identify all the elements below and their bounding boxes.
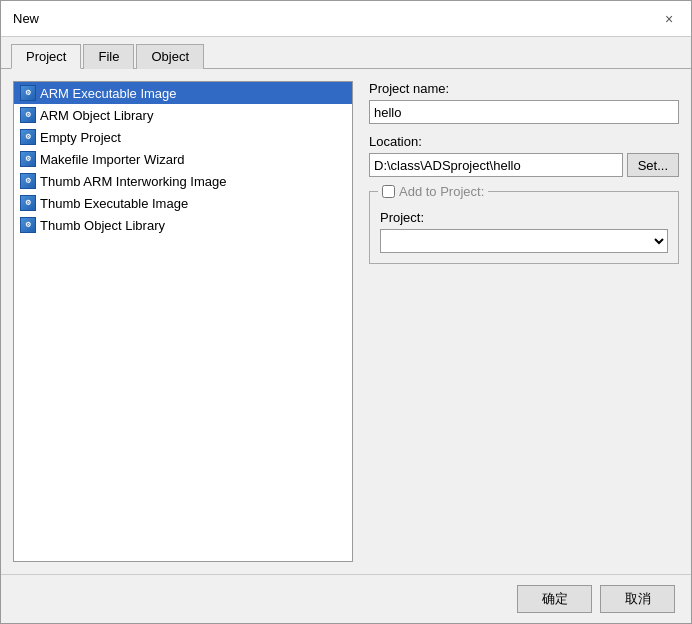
confirm-button[interactable]: 确定 bbox=[517, 585, 592, 613]
project-select[interactable] bbox=[380, 229, 668, 253]
list-item-thumb-object-library[interactable]: ⚙Thumb Object Library bbox=[14, 214, 352, 236]
item-label-empty-project: Empty Project bbox=[40, 130, 121, 145]
project-name-group: Project name: bbox=[369, 81, 679, 124]
list-item-empty-project[interactable]: ⚙Empty Project bbox=[14, 126, 352, 148]
tab-bar: Project File Object bbox=[1, 37, 691, 69]
add-to-project-legend: Add to Project: bbox=[378, 184, 488, 199]
project-select-label: Project: bbox=[380, 210, 668, 225]
list-item-makefile-importer[interactable]: ⚙Makefile Importer Wizard bbox=[14, 148, 352, 170]
set-button[interactable]: Set... bbox=[627, 153, 679, 177]
add-to-project-group: Add to Project: Project: bbox=[369, 191, 679, 264]
list-item-arm-object-library[interactable]: ⚙ARM Object Library bbox=[14, 104, 352, 126]
location-row: Set... bbox=[369, 153, 679, 177]
location-label: Location: bbox=[369, 134, 679, 149]
item-label-makefile-importer: Makefile Importer Wizard bbox=[40, 152, 184, 167]
item-icon-thumb-object-library: ⚙ bbox=[20, 217, 36, 233]
item-label-thumb-arm-interworking: Thumb ARM Interworking Image bbox=[40, 174, 226, 189]
close-button[interactable]: × bbox=[659, 9, 679, 29]
bottom-bar: 确定 取消 bbox=[1, 574, 691, 623]
list-item-thumb-arm-interworking[interactable]: ⚙Thumb ARM Interworking Image bbox=[14, 170, 352, 192]
title-bar: New × bbox=[1, 1, 691, 37]
location-input[interactable] bbox=[369, 153, 623, 177]
item-icon-empty-project: ⚙ bbox=[20, 129, 36, 145]
dialog-content: ⚙ARM Executable Image⚙ARM Object Library… bbox=[1, 69, 691, 574]
new-dialog: New × Project File Object ⚙ARM Executabl… bbox=[0, 0, 692, 624]
list-item-thumb-executable[interactable]: ⚙Thumb Executable Image bbox=[14, 192, 352, 214]
add-to-project-label: Add to Project: bbox=[399, 184, 484, 199]
item-icon-arm-object-library: ⚙ bbox=[20, 107, 36, 123]
item-label-thumb-object-library: Thumb Object Library bbox=[40, 218, 165, 233]
item-icon-thumb-arm-interworking: ⚙ bbox=[20, 173, 36, 189]
cancel-button[interactable]: 取消 bbox=[600, 585, 675, 613]
item-label-arm-object-library: ARM Object Library bbox=[40, 108, 153, 123]
item-icon-arm-executable: ⚙ bbox=[20, 85, 36, 101]
project-name-label: Project name: bbox=[369, 81, 679, 96]
item-icon-makefile-importer: ⚙ bbox=[20, 151, 36, 167]
tab-object[interactable]: Object bbox=[136, 44, 204, 69]
location-group: Location: Set... bbox=[369, 134, 679, 177]
add-to-project-checkbox[interactable] bbox=[382, 185, 395, 198]
dialog-title: New bbox=[13, 11, 39, 26]
tab-file[interactable]: File bbox=[83, 44, 134, 69]
right-panel: Project name: Location: Set... Add to Pr… bbox=[369, 81, 679, 562]
item-label-arm-executable: ARM Executable Image bbox=[40, 86, 177, 101]
tab-project[interactable]: Project bbox=[11, 44, 81, 69]
item-icon-thumb-executable: ⚙ bbox=[20, 195, 36, 211]
item-label-thumb-executable: Thumb Executable Image bbox=[40, 196, 188, 211]
project-name-input[interactable] bbox=[369, 100, 679, 124]
project-select-row bbox=[380, 229, 668, 253]
list-item-arm-executable[interactable]: ⚙ARM Executable Image bbox=[14, 82, 352, 104]
project-list[interactable]: ⚙ARM Executable Image⚙ARM Object Library… bbox=[13, 81, 353, 562]
